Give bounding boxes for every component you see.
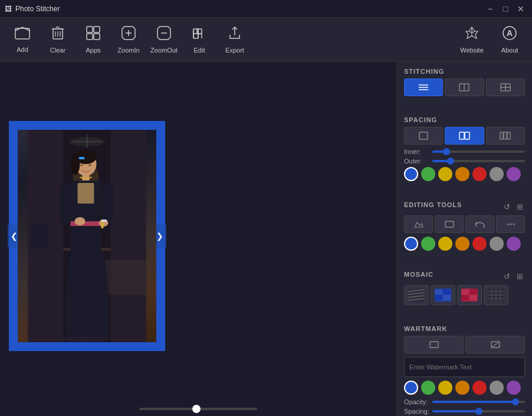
- toolbar-add-label: Add: [17, 46, 28, 53]
- inner-slider-track[interactable]: [432, 150, 525, 153]
- edit-icon: [192, 25, 207, 44]
- mosaic-title: MOSAIC: [404, 271, 434, 278]
- layout-btn-1[interactable]: [404, 127, 443, 145]
- svg-rect-44: [103, 183, 113, 224]
- close-button[interactable]: ✕: [514, 2, 527, 15]
- toolbar-clear[interactable]: Clear: [40, 21, 75, 59]
- stitch-vertical-btn[interactable]: [445, 78, 484, 96]
- svg-rect-7: [87, 27, 93, 32]
- svg-rect-9: [87, 34, 93, 40]
- edit-swatch-green[interactable]: [421, 237, 435, 251]
- wm-swatch-orange[interactable]: [455, 381, 469, 395]
- mosaic-blue-btn[interactable]: [431, 285, 455, 305]
- svg-rect-61: [500, 132, 503, 139]
- layout-btn-2[interactable]: [445, 127, 484, 145]
- opacity-thumb[interactable]: [512, 398, 519, 405]
- outer-slider-thumb[interactable]: [447, 158, 454, 165]
- svg-rect-28: [111, 130, 146, 342]
- edit-swatch-purple[interactable]: [507, 237, 521, 251]
- wartmark-title: WARTMARK: [404, 325, 525, 332]
- svg-rect-80: [469, 289, 477, 294]
- tool-undo-btn[interactable]: [465, 215, 494, 233]
- toolbar-zoomin[interactable]: ZoomIn: [111, 21, 146, 59]
- swatch-orange[interactable]: [455, 167, 469, 181]
- stitch-grid-btn[interactable]: [486, 78, 525, 96]
- apps-icon: [86, 25, 101, 44]
- edit-swatch-blue[interactable]: [404, 237, 418, 251]
- toolbar-zoomout-label: ZoomOut: [150, 47, 178, 54]
- outer-slider-track[interactable]: [432, 160, 525, 162]
- stitching-section: STITCHING: [404, 68, 525, 100]
- app-title: Photo Stitcher: [15, 5, 60, 13]
- opacity-slider-track[interactable]: [432, 401, 525, 403]
- svg-rect-82: [469, 295, 477, 300]
- toolbar-zoomout[interactable]: ZoomOut: [146, 21, 182, 59]
- wm-spacing-thumb[interactable]: [475, 408, 482, 415]
- tool-draw-btn[interactable]: [404, 215, 433, 233]
- swatch-yellow[interactable]: [438, 167, 452, 181]
- svg-point-36: [80, 164, 83, 166]
- swatch-green[interactable]: [421, 167, 435, 181]
- wm-swatch-purple[interactable]: [507, 381, 521, 395]
- edit-swatch-orange[interactable]: [455, 237, 469, 251]
- export-icon: [227, 25, 242, 44]
- editing-tools-controls: ↺ ⊞: [501, 201, 525, 212]
- opacity-label: Opacity:: [404, 398, 429, 405]
- layout-btn-3[interactable]: [486, 127, 525, 145]
- wm-spacing-slider-track[interactable]: [432, 410, 525, 412]
- wm-swatch-green[interactable]: [421, 381, 435, 395]
- swatch-red[interactable]: [472, 167, 487, 181]
- mosaic-controls: ↺ ⊞: [501, 271, 525, 281]
- svg-rect-31: [31, 224, 49, 248]
- minimize-button[interactable]: −: [484, 2, 497, 15]
- toolbar-about[interactable]: A About: [492, 21, 527, 59]
- swatch-blue[interactable]: [404, 167, 418, 181]
- wm-swatch-yellow[interactable]: [438, 381, 452, 395]
- wm-spacing-label: Spacing:: [404, 408, 429, 415]
- wartmark-buttons: [404, 336, 525, 353]
- toolbar-edit[interactable]: Edit: [182, 21, 217, 59]
- toolbar-right: Website A About: [454, 21, 527, 59]
- svg-rect-58: [419, 132, 428, 139]
- wm-swatch-red[interactable]: [472, 381, 487, 395]
- wm-swatch-gray[interactable]: [490, 381, 504, 395]
- editing-tools-title: EDITING TOOLS: [404, 201, 462, 208]
- tool-rect-btn[interactable]: [435, 215, 464, 233]
- svg-point-45: [75, 217, 86, 225]
- svg-rect-15: [197, 29, 202, 34]
- stitch-horizontal-btn[interactable]: [404, 78, 443, 96]
- mosaic-lines-btn[interactable]: [404, 285, 429, 305]
- zoom-slider[interactable]: [139, 408, 257, 410]
- toolbar-add[interactable]: Add: [5, 21, 40, 59]
- toolbar-website[interactable]: Website: [454, 21, 490, 59]
- svg-text:A: A: [507, 28, 513, 38]
- wm-swatch-blue[interactable]: [404, 381, 418, 395]
- zoom-thumb[interactable]: [192, 405, 201, 413]
- mosaic-grid-btn[interactable]: [484, 285, 508, 305]
- watermark-input[interactable]: [404, 357, 525, 377]
- refresh-icon-btn[interactable]: ↺: [501, 201, 512, 212]
- wm-box-btn[interactable]: [404, 336, 464, 353]
- inner-slider-thumb[interactable]: [443, 148, 450, 155]
- swatch-purple[interactable]: [507, 167, 521, 181]
- swatch-gray[interactable]: [490, 167, 504, 181]
- toolbar-apps[interactable]: Apps: [75, 21, 111, 59]
- toolbar-clear-label: Clear: [50, 47, 65, 54]
- edit-swatch-red[interactable]: [472, 237, 487, 251]
- copy-icon-btn[interactable]: ⊞: [514, 201, 525, 212]
- wartmark-color-swatches: [404, 381, 525, 395]
- svg-rect-79: [462, 289, 469, 294]
- mosaic-refresh-btn[interactable]: ↺: [501, 271, 512, 281]
- mosaic-red-btn[interactable]: [457, 285, 482, 305]
- toolbar-export[interactable]: Export: [217, 21, 252, 59]
- edit-swatch-yellow[interactable]: [438, 237, 452, 251]
- svg-rect-90: [430, 342, 438, 348]
- tool-more-btn[interactable]: [496, 215, 525, 233]
- opacity-slider-row: Opacity:: [404, 398, 525, 405]
- mosaic-copy-btn[interactable]: ⊞: [514, 271, 525, 281]
- edit-swatch-gray[interactable]: [490, 237, 504, 251]
- wm-diagonal-btn[interactable]: [465, 336, 525, 353]
- svg-rect-64: [445, 221, 454, 227]
- website-icon: [464, 25, 480, 44]
- maximize-button[interactable]: □: [499, 2, 512, 15]
